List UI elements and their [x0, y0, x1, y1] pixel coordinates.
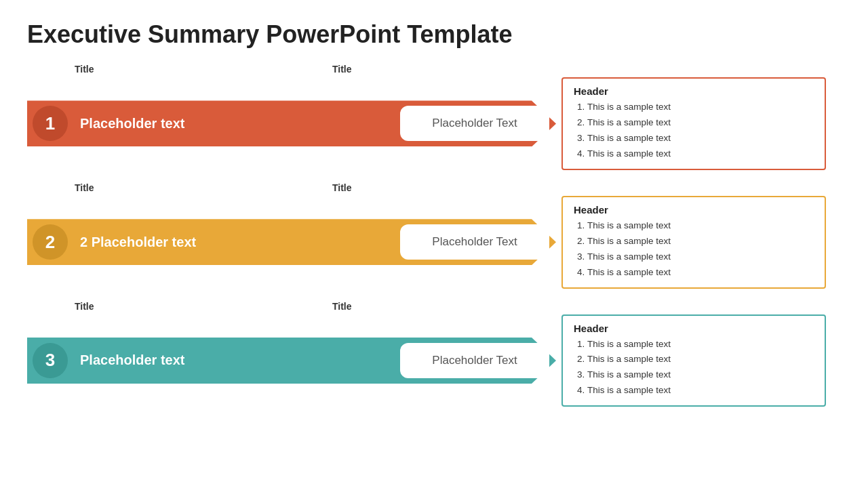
info-item-2-3: This is a sample text [587, 249, 814, 265]
arrow-shape-3: 3 Placeholder text Placeholder Text [27, 338, 556, 384]
arrow-bar-1: 1 Placeholder text Placeholder Text [27, 100, 556, 146]
info-list-1: This is a sample textThis is a sample te… [574, 100, 814, 162]
arrow-text-2: 2 Placeholder text [80, 235, 400, 250]
label-mid-3: Title [326, 301, 488, 312]
rows-container: Title Title 1 Placeholder text Placehold… [27, 64, 841, 407]
label-left-2: Title [27, 182, 326, 193]
info-item-3-4: This is a sample text [587, 383, 814, 399]
info-item-3-3: This is a sample text [587, 367, 814, 383]
info-box-2: Header This is a sample textThis is a sa… [561, 196, 826, 289]
arrow-bar-3: 3 Placeholder text Placeholder Text [27, 338, 556, 384]
mid-box-1: Placeholder Text [400, 106, 549, 141]
label-left-1: Title [27, 64, 326, 75]
info-item-3-1: This is a sample text [587, 337, 814, 352]
info-item-3-2: This is a sample text [587, 352, 814, 367]
row-2: Title Title 2 2 Placeholder text Placeho… [27, 182, 841, 289]
info-list-2: This is a sample textThis is a sample te… [574, 218, 814, 281]
info-item-1-4: This is a sample text [587, 146, 814, 162]
info-header-2: Header [574, 204, 814, 216]
arrow-text-3: Placeholder text [80, 352, 400, 368]
info-box-1: Header This is a sample textThis is a sa… [561, 77, 826, 170]
mid-box-3: Placeholder Text [400, 343, 549, 378]
arrow-bar-2: 2 2 Placeholder text Placeholder Text [27, 219, 556, 265]
info-item-2-2: This is a sample text [587, 234, 814, 249]
arrow-shape-2: 2 2 Placeholder text Placeholder Text [27, 219, 556, 265]
row-content-2: 2 2 Placeholder text Placeholder Text He… [27, 196, 841, 289]
label-mid-1: Title [326, 64, 488, 75]
label-left-3: Title [27, 301, 326, 312]
number-circle-2: 2 [33, 224, 68, 260]
info-item-2-4: This is a sample text [587, 265, 814, 281]
info-item-1-2: This is a sample text [587, 115, 814, 131]
number-circle-1: 1 [33, 106, 68, 141]
row-labels-3: Title Title [27, 301, 841, 312]
row-3: Title Title 3 Placeholder text Placehold… [27, 301, 841, 407]
row-labels-1: Title Title [27, 64, 841, 75]
label-mid-2: Title [326, 182, 488, 193]
info-box-3: Header This is a sample textThis is a sa… [561, 314, 826, 407]
info-list-3: This is a sample textThis is a sample te… [574, 337, 814, 399]
info-item-2-1: This is a sample text [587, 218, 814, 234]
info-item-1-3: This is a sample text [587, 131, 814, 146]
row-labels-2: Title Title [27, 182, 841, 193]
row-content-1: 1 Placeholder text Placeholder Text Head… [27, 77, 841, 170]
number-circle-3: 3 [33, 343, 68, 378]
info-item-1-1: This is a sample text [587, 100, 814, 115]
row-content-3: 3 Placeholder text Placeholder Text Head… [27, 314, 841, 407]
info-header-1: Header [574, 85, 814, 97]
page-title: Executive Summary PowerPoint Template [27, 20, 841, 49]
info-header-3: Header [574, 323, 814, 334]
mid-box-2: Placeholder Text [400, 224, 549, 260]
arrow-text-1: Placeholder text [80, 116, 400, 131]
row-1: Title Title 1 Placeholder text Placehold… [27, 64, 841, 170]
arrow-shape-1: 1 Placeholder text Placeholder Text [27, 100, 556, 146]
